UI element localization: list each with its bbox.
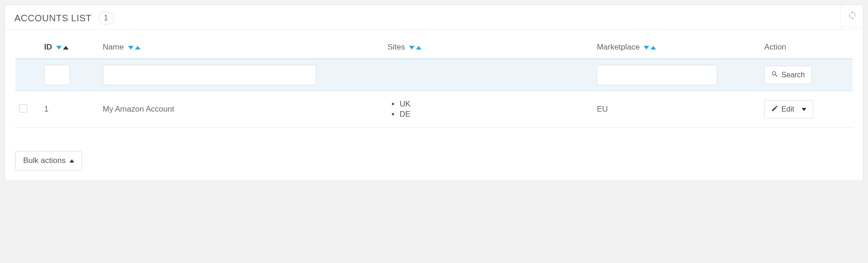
site-item: DE [400, 110, 590, 119]
edit-button[interactable]: Edit [764, 100, 813, 119]
panel-footer: Bulk actions [5, 139, 863, 181]
cell-name: My Amazon Account [99, 91, 384, 128]
sort-asc-icon [416, 46, 421, 50]
sort-asc-icon [651, 46, 656, 50]
sort-desc-icon [644, 46, 649, 50]
search-button-label: Search [781, 71, 805, 79]
col-action-label: Action [764, 43, 786, 51]
col-marketplace-label: Marketplace [597, 43, 640, 51]
col-header-action: Action [760, 38, 853, 59]
sort-desc-icon [56, 46, 62, 50]
col-sites-label: Sites [388, 43, 405, 51]
col-header-id[interactable]: ID [40, 38, 99, 59]
caret-up-icon [70, 159, 74, 163]
cell-marketplace: EU [593, 91, 760, 128]
panel-header: Accounts List 1 [5, 5, 863, 30]
sort-asc-icon [135, 46, 140, 50]
table-wrap: ID Name Sites [5, 30, 863, 139]
table-row: 1 My Amazon Account UK DE EU [15, 91, 853, 128]
refresh-button[interactable] [841, 5, 863, 27]
refresh-icon [847, 10, 857, 22]
accounts-panel: Accounts List 1 ID N [5, 5, 863, 181]
bulk-actions-label: Bulk actions [23, 156, 66, 165]
bulk-actions-button[interactable]: Bulk actions [15, 151, 82, 170]
panel-title: Accounts List [14, 13, 92, 24]
cell-sites: UK DE [388, 100, 590, 119]
col-header-name[interactable]: Name [99, 38, 384, 59]
filter-input-marketplace[interactable] [597, 65, 717, 85]
count-badge: 1 [98, 12, 114, 25]
cell-id: 1 [40, 91, 99, 128]
search-icon [771, 70, 779, 80]
sort-asc-active-icon [63, 46, 69, 50]
sort-desc-icon [409, 46, 415, 50]
filter-input-id[interactable] [44, 65, 70, 85]
search-button[interactable]: Search [764, 66, 812, 84]
row-checkbox[interactable] [19, 104, 27, 113]
col-name-label: Name [103, 43, 124, 51]
edit-button-label: Edit [781, 105, 794, 113]
col-header-sites[interactable]: Sites [384, 38, 594, 59]
site-item: UK [400, 100, 590, 109]
accounts-table: ID Name Sites [15, 38, 853, 128]
col-id-label: ID [44, 43, 52, 51]
pencil-icon [771, 105, 779, 114]
sort-desc-icon [128, 46, 134, 50]
col-header-marketplace[interactable]: Marketplace [593, 38, 760, 59]
caret-down-icon [802, 108, 806, 111]
filter-input-name[interactable] [103, 65, 316, 85]
